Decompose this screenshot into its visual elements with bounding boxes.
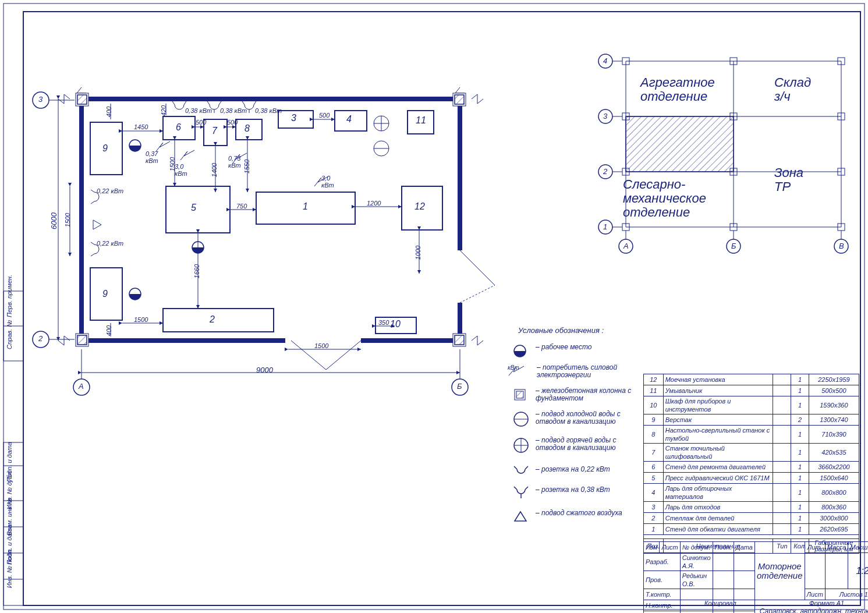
drawing-title: Моторноеотделение: [754, 542, 805, 600]
kp-2: 2: [603, 167, 607, 176]
dim-350: 350: [378, 319, 389, 326]
equip-label-4: 4: [346, 114, 352, 125]
sidebar-5: Справ. №: [6, 320, 13, 349]
dim-750: 750: [236, 203, 247, 210]
legend-coldwater: – подвод холодной воды с отводом в канал…: [512, 410, 640, 426]
legend-workplace: – рабочее место: [512, 343, 591, 351]
keyplan-bottom-left: Слесарно-механическоеотделение: [623, 178, 706, 219]
pw-022a: 0,22 кВт: [97, 187, 123, 194]
pw-30b: 3,0кВт: [321, 175, 334, 189]
keyplan-top-right: Складз/ч: [774, 76, 811, 104]
spec-table: 12Моечная установка12250х195911Умывальни…: [643, 374, 859, 554]
axis-3: 3: [38, 95, 42, 104]
dim-1500c: 1500: [314, 342, 328, 349]
pw-038b: 0,38 кВт: [220, 107, 247, 114]
legend-air: – подвод сжатого воздуха: [512, 509, 622, 517]
dim-1200: 1200: [367, 200, 381, 207]
axis-2: 2: [38, 334, 42, 343]
kp-3: 3: [603, 112, 607, 121]
legend-title: Условные обозначения :: [518, 326, 604, 335]
equip-label-8: 8: [245, 123, 250, 134]
kp-1: 1: [603, 222, 607, 231]
dim-400b: 400: [105, 325, 112, 336]
equip-label-5: 5: [191, 203, 196, 213]
dim-1500v: 1500: [64, 213, 71, 227]
svg-rect-68: [626, 116, 734, 172]
sidebar-6: Перв. примен.: [6, 275, 13, 317]
dim-1550: 1550: [243, 160, 250, 173]
pw-038c: 0,38 кВт: [255, 107, 282, 114]
dim-9000: 9000: [256, 366, 273, 374]
svg-rect-98: [516, 391, 523, 398]
pw-30: 3,0кВт: [175, 163, 187, 177]
kp-4: 4: [603, 56, 607, 65]
dim-500c: 500: [319, 112, 330, 119]
equip-label-10: 10: [390, 319, 401, 329]
pw-073: 0,73кВт: [228, 155, 241, 169]
equip-label-9a: 9: [102, 143, 108, 154]
pw-037: 0,37кВт: [146, 150, 158, 164]
legend-sock038: – розетка на 0,38 кВт: [512, 486, 610, 494]
equip-label-11: 11: [416, 115, 426, 126]
sidebar-4: Подп. и дата: [6, 442, 13, 482]
dim-1660: 1660: [193, 264, 200, 278]
axis-B: Б: [457, 382, 462, 391]
axis-A: А: [79, 382, 84, 391]
pw-038a: 0,38 кВт: [185, 107, 212, 114]
dim-1000: 1000: [414, 246, 421, 260]
keyplan-top-left: Агрегатноеотделение: [640, 76, 715, 104]
equip-label-3: 3: [291, 113, 296, 123]
equip-label-12: 12: [414, 201, 425, 212]
format: Формат А1: [809, 600, 844, 607]
equip-label-2: 2: [210, 314, 215, 325]
dim-500b: 500: [227, 119, 238, 126]
dim-1400: 1400: [211, 163, 218, 177]
keyplan-bottom-right: ЗонаТР: [774, 166, 803, 194]
dim-500a: 500: [196, 119, 206, 126]
legend-column: – железобетонная колонна с фундаментом: [512, 387, 640, 402]
pw-022b: 0,22 кВт: [97, 240, 123, 247]
equip-label-6: 6: [176, 122, 181, 133]
dim-400a: 400: [105, 107, 112, 117]
svg-text:кВт: кВт: [508, 364, 519, 371]
equip-label-9b: 9: [102, 289, 108, 299]
dim-1500b: 1500: [134, 316, 148, 323]
kp-B: Б: [731, 242, 736, 250]
equip-label-7: 7: [212, 126, 217, 136]
kopirov: Копировал: [704, 600, 736, 607]
dim-6000: 6000: [49, 212, 58, 229]
equip-label-1: 1: [303, 201, 308, 212]
dim-420: 420: [160, 105, 167, 116]
legend-power: кВт – потребитель силовой электроэнергии: [506, 364, 642, 379]
kp-A: А: [623, 242, 629, 250]
legend-hotwater: – подвод горячей воды с отводом в канали…: [512, 437, 640, 452]
dim-1450: 1450: [134, 123, 148, 130]
kp-V: В: [839, 242, 844, 250]
legend-sock022: – розетка на 0,22 кВт: [512, 466, 610, 473]
